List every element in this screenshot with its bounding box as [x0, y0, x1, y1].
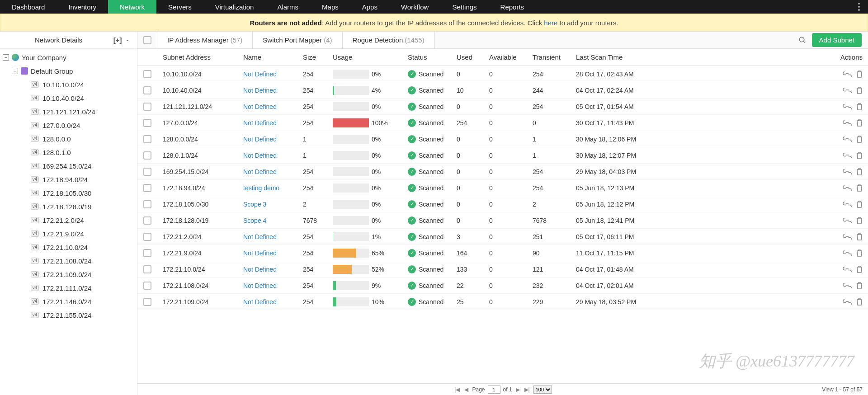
tree-subnet[interactable]: v4172.18.105.0/30 — [0, 186, 137, 200]
pager-next-icon[interactable]: ▶ — [515, 386, 521, 393]
row-checkbox[interactable] — [143, 103, 151, 111]
row-checkbox[interactable] — [143, 70, 151, 78]
tab[interactable]: IP Address Manager(57) — [157, 32, 253, 48]
link-icon[interactable] — [843, 136, 852, 143]
nav-network[interactable]: Network — [108, 0, 156, 14]
pager-page-input[interactable] — [488, 386, 500, 394]
row-checkbox[interactable] — [143, 265, 151, 273]
cell-name-link[interactable]: Not Defined — [243, 168, 277, 175]
trash-icon[interactable] — [856, 201, 863, 208]
col-status[interactable]: Status — [402, 53, 451, 61]
tree-subnet[interactable]: v4128.0.0.0 — [0, 132, 137, 146]
row-checkbox[interactable] — [143, 233, 151, 241]
tree-subnet[interactable]: v4172.21.155.0/24 — [0, 308, 137, 322]
col-subnet[interactable]: Subnet Address — [157, 53, 238, 61]
toggle-icon[interactable]: − — [3, 54, 9, 61]
row-checkbox[interactable] — [143, 168, 151, 176]
nav-reports[interactable]: Reports — [489, 0, 536, 14]
link-icon[interactable] — [843, 249, 852, 257]
col-available[interactable]: Available — [484, 53, 527, 61]
link-icon[interactable] — [843, 168, 852, 175]
select-all-checkbox[interactable] — [143, 36, 151, 44]
row-checkbox[interactable] — [143, 184, 151, 192]
add-subnet-button[interactable]: Add Subnet — [812, 33, 862, 47]
cell-name-link[interactable]: Not Defined — [243, 71, 277, 78]
row-checkbox[interactable] — [143, 200, 151, 208]
col-name[interactable]: Name — [238, 53, 297, 61]
tree-subnet[interactable]: v4128.0.1.0 — [0, 146, 137, 159]
trash-icon[interactable] — [856, 233, 863, 240]
nav-dashboard[interactable]: Dashboard — [0, 0, 57, 14]
cell-name-link[interactable]: Scope 3 — [243, 201, 266, 208]
tab[interactable]: Switch Port Mapper(4) — [253, 32, 342, 48]
tree-subnet[interactable]: v4172.18.94.0/24 — [0, 173, 137, 186]
row-checkbox[interactable] — [143, 298, 151, 306]
cell-name-link[interactable]: testing demo — [243, 184, 279, 192]
tree-subnet[interactable]: v4172.21.109.0/24 — [0, 268, 137, 281]
nav-servers[interactable]: Servers — [156, 0, 203, 14]
pager-last-icon[interactable]: ▶| — [524, 386, 531, 393]
link-icon[interactable] — [843, 119, 852, 127]
trash-icon[interactable] — [856, 103, 863, 110]
row-checkbox[interactable] — [143, 216, 151, 225]
toggle-icon[interactable]: − — [12, 68, 18, 74]
banner-link[interactable]: here — [544, 19, 557, 27]
row-checkbox[interactable] — [143, 135, 151, 143]
row-checkbox[interactable] — [143, 119, 151, 127]
col-transient[interactable]: Transient — [527, 53, 571, 61]
row-checkbox[interactable] — [143, 249, 151, 257]
tree-subnet[interactable]: v410.10.40.0/24 — [0, 91, 137, 105]
nav-alarms[interactable]: Alarms — [265, 0, 310, 14]
cell-name-link[interactable]: Not Defined — [243, 87, 277, 94]
trash-icon[interactable] — [856, 184, 863, 192]
pager-size-select[interactable]: 100 — [533, 386, 552, 394]
row-checkbox[interactable] — [143, 86, 151, 94]
cell-name-link[interactable]: Not Defined — [243, 266, 277, 273]
tab[interactable]: Rogue Detection(1455) — [343, 32, 435, 48]
tree-group[interactable]: − Default Group — [0, 64, 137, 78]
link-icon[interactable] — [843, 217, 852, 224]
cell-name-link[interactable]: Not Defined — [243, 136, 277, 143]
link-icon[interactable] — [843, 103, 852, 110]
cell-name-link[interactable]: Not Defined — [243, 298, 277, 306]
cell-name-link[interactable]: Not Defined — [243, 119, 277, 127]
tree-subnet[interactable]: v410.10.10.0/24 — [0, 78, 137, 91]
trash-icon[interactable] — [856, 168, 863, 175]
expand-all-button[interactable]: [+] — [113, 36, 123, 44]
nav-virtualization[interactable]: Virtualization — [203, 0, 266, 14]
trash-icon[interactable] — [856, 266, 863, 273]
link-icon[interactable] — [843, 71, 852, 78]
tree-subnet[interactable]: v4172.21.108.0/24 — [0, 254, 137, 268]
link-icon[interactable] — [843, 201, 852, 208]
tree-subnet[interactable]: v4172.21.146.0/24 — [0, 295, 137, 308]
link-icon[interactable] — [843, 282, 852, 289]
trash-icon[interactable] — [856, 152, 863, 159]
nav-workflow[interactable]: Workflow — [389, 0, 440, 14]
trash-icon[interactable] — [856, 71, 863, 78]
col-usage[interactable]: Usage — [327, 53, 402, 61]
tree-subnet[interactable]: v4172.21.10.0/24 — [0, 240, 137, 254]
tree-subnet[interactable]: v4169.254.15.0/24 — [0, 159, 137, 173]
pager-first-icon[interactable]: |◀ — [453, 386, 461, 393]
cell-name-link[interactable]: Not Defined — [243, 152, 277, 159]
cell-name-link[interactable]: Not Defined — [243, 103, 277, 110]
trash-icon[interactable] — [856, 282, 863, 289]
tree-subnet[interactable]: v4172.21.9.0/24 — [0, 227, 137, 240]
link-icon[interactable] — [843, 152, 852, 159]
col-size[interactable]: Size — [297, 53, 327, 61]
trash-icon[interactable] — [856, 249, 863, 257]
link-icon[interactable] — [843, 233, 852, 240]
row-checkbox[interactable] — [143, 151, 151, 160]
kebab-menu-icon[interactable] — [850, 0, 868, 14]
cell-name-link[interactable]: Not Defined — [243, 249, 277, 257]
collapse-all-button[interactable]: - — [123, 36, 132, 44]
tree-subnet[interactable]: v4127.0.0.0/24 — [0, 118, 137, 132]
tree-root[interactable]: − Your Company — [0, 51, 137, 64]
trash-icon[interactable] — [856, 298, 863, 306]
pager-prev-icon[interactable]: ◀ — [463, 386, 469, 393]
trash-icon[interactable] — [856, 217, 863, 224]
link-icon[interactable] — [843, 298, 852, 306]
tree-subnet[interactable]: v4172.21.111.0/24 — [0, 281, 137, 295]
trash-icon[interactable] — [856, 136, 863, 143]
nav-settings[interactable]: Settings — [440, 0, 488, 14]
